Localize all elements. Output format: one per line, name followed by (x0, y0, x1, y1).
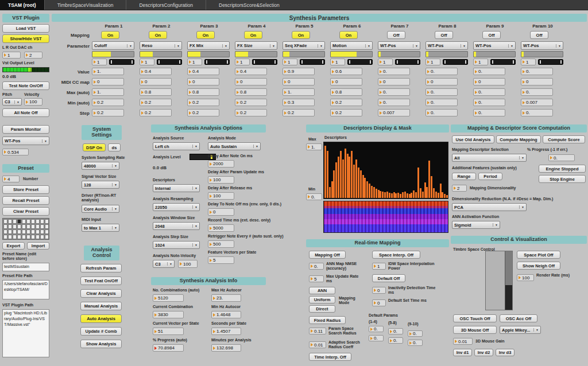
adaptive-radius-numbox[interactable]: 0.01 (309, 341, 326, 348)
default-param-numbox[interactable]: 0. (388, 328, 403, 334)
show-neigh-button[interactable]: Show Neigh Off (517, 262, 560, 270)
analysis-step-menu[interactable]: 1024 (153, 241, 200, 249)
descriptor-bar (446, 195, 448, 198)
compute-score-button[interactable]: Compute Score (543, 135, 585, 143)
dimensionality-reduction-menu[interactable]: PCA (452, 203, 527, 211)
minutes-per-analysis-numbox[interactable]: 132.698 (211, 344, 241, 352)
fixed-radius-button[interactable]: Fixed Radius (309, 316, 346, 324)
descriptor-bar (438, 193, 439, 198)
analysis-control-button[interactable]: Test Feat On/Off (80, 277, 122, 285)
current-combination-numbox[interactable]: 3830 (153, 311, 184, 318)
retrigger-note-every-numbox[interactable]: 500 (208, 240, 234, 248)
analysis-source-menu[interactable]: Left ch (153, 142, 200, 150)
inactivity-numbox[interactable]: 0 (372, 287, 386, 294)
current-vector-numbox[interactable]: 51 (153, 328, 184, 335)
descriptor-bar (340, 151, 342, 198)
descriptors-bars-display[interactable] (323, 142, 448, 199)
time-interp-button[interactable]: Time Interp. Off (309, 353, 351, 361)
osc-touch-button[interactable]: OSC Touch Off (453, 314, 497, 322)
ann-activation-menu[interactable]: Sigmoid (452, 221, 500, 229)
uniform-button[interactable]: Uniform (309, 296, 335, 303)
analysis-source-label: Analysis Source (153, 136, 184, 141)
analysis-control-button[interactable]: Refresh Param (80, 264, 122, 272)
analysis-velocity-numbox[interactable]: 100 (178, 260, 198, 268)
pad-scrollbar[interactable] (505, 251, 512, 310)
analysis-control-button[interactable]: Manual Analysis (80, 302, 122, 310)
default-param-numbox[interactable]: 0. (388, 337, 403, 344)
space-interp-button[interactable]: Space Interp. Off (372, 251, 420, 259)
seconds-per-state-label: Seconds per State (211, 321, 246, 326)
default-params-label: Default Params (369, 313, 398, 318)
descriptors-label: Descriptors (324, 135, 347, 140)
hid-device-menu[interactable]: Apple Mikey... (500, 326, 541, 334)
analysis-resampling-menu[interactable]: 22050 (153, 203, 200, 211)
seconds-per-state-numbox[interactable]: 1.4507 (211, 328, 241, 335)
progress-auto-numbox[interactable]: 70.8984 (153, 344, 184, 352)
default-param-numbox[interactable]: 0. (408, 330, 423, 337)
descriptor-bar (397, 193, 399, 198)
idw-numbox[interactable]: 1 (372, 263, 386, 270)
direct-button[interactable]: Direct (309, 305, 335, 313)
use-old-analysis-button[interactable]: Use Old Analysis (452, 135, 494, 143)
analysis-control-button[interactable]: Update # Comb (80, 327, 122, 336)
timbre-space-pad[interactable] (485, 251, 513, 310)
descriptor-bar (333, 170, 335, 198)
analysis-note-menu[interactable]: C3 (153, 260, 175, 268)
mouse-gain-numbox[interactable]: 0.01 (453, 338, 473, 345)
delay-after-note-on-numbox[interactable]: 2000 (208, 160, 234, 168)
max-hz-autocor-numbox[interactable]: 23. (211, 294, 241, 302)
analysis-mode-menu[interactable]: Auto Sustain (208, 142, 261, 150)
mapping-descriptor-selection-menu[interactable]: All (452, 154, 527, 162)
stop-engine-button[interactable]: Stop Engine (539, 175, 586, 183)
period-button[interactable]: Period (478, 173, 502, 180)
default-set-numbox[interactable]: 0 (372, 299, 386, 306)
delay-to-note-off-numbox[interactable]: 0 (208, 208, 234, 216)
engine-status-button[interactable]: Engine Stopped (539, 165, 586, 173)
analysis-control-button[interactable]: Clear Analysis (80, 289, 122, 298)
mapping-dimensionality-label: Mapping Dimensionality (470, 186, 516, 190)
search-radius-label: Param Space Search Radius (328, 326, 365, 336)
record-time-label: Record Time ms (ext. desc. only) (208, 218, 270, 223)
default-param-numbox[interactable]: 0. (369, 335, 384, 341)
compute-mapping-button[interactable]: Compute Mapping (496, 135, 541, 143)
ann-button[interactable]: ANN (309, 287, 335, 294)
progress-err-numbox[interactable]: 0. (548, 154, 575, 161)
descriptor-bar (411, 193, 412, 198)
descriptor-bar (435, 192, 437, 198)
space-plot-button[interactable]: Space Plot Off (517, 251, 560, 259)
min-hz-autocor-numbox[interactable]: 1.4648 (211, 311, 241, 318)
mapping-off-button[interactable]: Mapping Off (309, 251, 346, 259)
range-button[interactable]: Range (452, 173, 476, 180)
delay-after-param-update-numbox[interactable]: 100 (208, 176, 234, 184)
mouse-gain-label: 3D Mouse Gain (475, 339, 505, 344)
nmse-label: ANN Map NMSE (accuracy) (326, 262, 369, 271)
delay-after-release-numbox[interactable]: 100 (208, 192, 234, 200)
analysis-control-button[interactable]: Show Analysis (80, 340, 122, 348)
pad-scrollbar-thumb[interactable] (505, 285, 512, 310)
record-time-numbox[interactable]: 5000 (208, 224, 234, 232)
render-rate-numbox[interactable]: 100 (517, 274, 534, 281)
default-param-numbox[interactable]: 0. (408, 340, 423, 346)
descriptor-bar (442, 192, 443, 198)
inv-d3-button[interactable]: Inv d3 (496, 349, 514, 356)
mapping-dimensionality-numbox[interactable]: 2 (452, 185, 467, 192)
search-radius-numbox[interactable]: 0.11 (309, 328, 326, 334)
descriptor-bar (444, 194, 446, 198)
mouse-3d-button[interactable]: 3D Mouse Off (453, 326, 497, 334)
default-param-numbox[interactable]: 0. (369, 326, 384, 332)
analysis-control-button[interactable]: Auto Analysis (80, 314, 122, 323)
descriptors-source-menu[interactable]: Internal (153, 184, 200, 192)
analysis-window-menu[interactable]: 2048 (153, 222, 200, 230)
max-update-numbox[interactable]: 5 (309, 275, 324, 282)
feature-vectors-per-state-numbox[interactable]: 5 (208, 256, 234, 264)
no-combinations-numbox[interactable]: 5120 (153, 294, 184, 302)
descriptors-min-numbox[interactable]: 0. (306, 193, 322, 200)
descriptor-bar (373, 187, 375, 198)
nmse-numbox[interactable]: 0. (309, 263, 324, 270)
descriptor-bar (409, 194, 411, 198)
default-off-button[interactable]: Default Off (372, 274, 405, 282)
osc-acc-button[interactable]: OSC Acc Off (500, 314, 537, 322)
descriptors-max-numbox[interactable]: 1. (306, 143, 322, 150)
inv-d1-button[interactable]: Inv d1 (453, 349, 472, 356)
inv-d2-button[interactable]: Inv d2 (474, 349, 493, 356)
